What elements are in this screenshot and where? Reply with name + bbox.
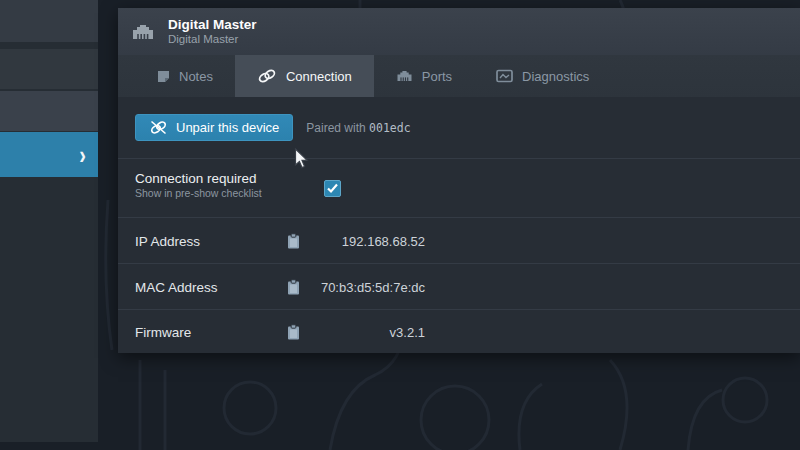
connection-required-checkbox[interactable] xyxy=(324,180,341,197)
tab-label: Ports xyxy=(422,69,452,84)
device-list-item[interactable] xyxy=(0,0,98,42)
device-header: Digital Master Digital Master xyxy=(118,8,800,55)
tab-label: Diagnostics xyxy=(522,69,589,84)
connection-tab-content: Unpair this device Paired with 001edc Co… xyxy=(118,97,800,353)
checkmark-icon xyxy=(326,183,339,194)
paired-status-text: Paired with 001edc xyxy=(306,121,410,135)
connection-required-sublabel: Show in pre-show checklist xyxy=(135,187,262,200)
device-list-item[interactable] xyxy=(0,49,98,89)
device-list-sidebar: › xyxy=(0,0,98,442)
paired-device-id: 001edc xyxy=(369,121,411,135)
diagnostics-icon xyxy=(496,69,513,83)
connection-required-row: Connection required Show in pre-show che… xyxy=(118,158,800,217)
note-icon xyxy=(157,70,170,83)
link-icon xyxy=(257,68,277,84)
field-value: 70:b3:d5:5d:7e:dc xyxy=(314,279,425,294)
ethernet-device-icon xyxy=(131,22,155,42)
tab-label: Notes xyxy=(179,69,213,84)
mac-address-row: MAC Address 70:b3:d5:5d:7e:dc xyxy=(118,263,800,309)
device-title: Digital Master xyxy=(168,17,257,33)
tab-notes[interactable]: Notes xyxy=(135,55,235,97)
field-value: 192.168.68.52 xyxy=(314,233,425,248)
field-value: v3.2.1 xyxy=(314,324,425,339)
unpair-device-button[interactable]: Unpair this device xyxy=(135,114,293,141)
tab-label: Connection xyxy=(286,69,352,84)
port-icon xyxy=(396,69,413,83)
unpair-button-label: Unpair this device xyxy=(176,120,279,135)
tab-diagnostics[interactable]: Diagnostics xyxy=(474,55,611,97)
connection-required-label: Connection required xyxy=(135,171,262,187)
device-list-item-selected[interactable]: › xyxy=(0,132,98,177)
device-list-item[interactable] xyxy=(0,91,98,131)
ip-address-row: IP Address 192.168.68.52 xyxy=(118,217,800,263)
tab-connection[interactable]: Connection xyxy=(235,55,374,97)
unlink-icon xyxy=(149,120,168,135)
firmware-row: Firmware v3.2.1 xyxy=(118,309,800,353)
pairing-row: Unpair this device Paired with 001edc xyxy=(118,97,800,158)
copy-to-clipboard-icon[interactable] xyxy=(287,233,300,249)
copy-to-clipboard-icon[interactable] xyxy=(287,279,300,295)
tab-bar: Notes Connection xyxy=(118,55,800,97)
device-subtitle: Digital Master xyxy=(168,33,257,46)
field-label: Firmware xyxy=(135,324,191,339)
tab-ports[interactable]: Ports xyxy=(374,55,474,97)
device-detail-panel: Digital Master Digital Master Notes xyxy=(118,8,800,353)
chevron-right-icon: › xyxy=(79,142,86,167)
field-label: MAC Address xyxy=(135,279,218,294)
copy-to-clipboard-icon[interactable] xyxy=(287,324,300,340)
field-label: IP Address xyxy=(135,233,200,248)
